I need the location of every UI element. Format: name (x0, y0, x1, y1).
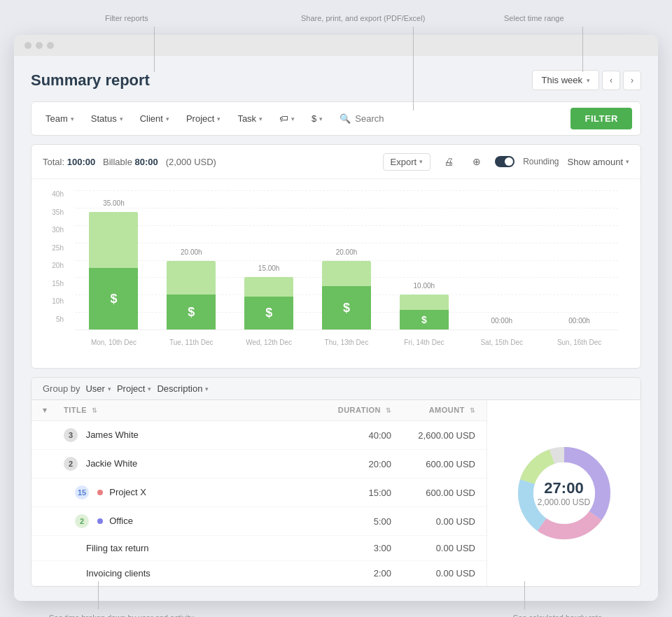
grid-line-0 (75, 190, 618, 191)
export-button[interactable]: Export ▾ (383, 153, 431, 171)
bar-stack-thu: 20.00h $ (322, 261, 371, 329)
group-user-chevron-icon: ▾ (108, 385, 111, 392)
export-chevron-icon: ▾ (419, 158, 423, 165)
group-description-chevron-icon: ▾ (205, 385, 209, 392)
row-name-filing: Filing tax return (86, 543, 321, 553)
row-amount-james: 2,600.00 USD (391, 430, 475, 441)
table-row-filing[interactable]: Filing tax return 3:00 0.00 USD (31, 536, 486, 561)
table-row-projectx[interactable]: 15 Project X 15:00 600.00 USD (31, 478, 486, 507)
next-week-button[interactable]: › (623, 71, 641, 90)
tooltip-line-filter (154, 27, 155, 72)
bar-wed: 15.00h $ (230, 277, 308, 329)
group-user-dropdown[interactable]: User ▾ (85, 383, 111, 394)
x-label-tue: Tue, 11th Dec (153, 334, 230, 346)
col-duration-header[interactable]: DURATION ⇅ (321, 406, 391, 415)
tooltip-filter: Filter reports (105, 14, 148, 22)
amount-header-label: AMOUNT (429, 406, 465, 414)
bar-label-wed: 15.00h (258, 264, 280, 272)
bar-stack-tue: 20.00h $ (167, 261, 216, 329)
client-filter-label: Client (140, 113, 163, 124)
browser-dot-green (47, 42, 54, 49)
print-button[interactable]: 🖨 (439, 152, 458, 171)
browser-chrome (14, 35, 658, 56)
team-filter[interactable]: Team ▾ (40, 111, 80, 127)
bottom-line-left (98, 581, 99, 609)
bar-stack-fri: 10.00h $ (400, 295, 449, 329)
group-by-bar: Group by User ▾ Project ▾ Description ▾ (31, 378, 640, 400)
chart-y-axis: 40h 35h 30h 25h 20h 15h 10h 5h (43, 190, 64, 333)
chevron-down-icon: ▾ (587, 77, 590, 84)
bar-stack-mon: 35.00h $ (89, 212, 138, 329)
search-wrapper: 🔍 (334, 111, 565, 127)
expand-icon: ▾ (43, 406, 48, 414)
col-title-header[interactable]: TITLE ⇅ (64, 406, 321, 415)
bar-top-fri (400, 295, 449, 310)
status-filter[interactable]: Status ▾ (85, 111, 129, 127)
table-row-office[interactable]: 2 Office 5:00 0.00 USD (31, 507, 486, 536)
billable-value: 80:00 (135, 157, 158, 167)
client-filter[interactable]: Client ▾ (134, 111, 175, 127)
badge-jackie: 2 (64, 457, 78, 471)
team-filter-label: Team (46, 113, 68, 124)
filter-button[interactable]: FILTER (570, 108, 632, 129)
bar-top-mon (89, 212, 138, 268)
toggle-switch[interactable] (495, 156, 514, 167)
amount-sort-icon: ⇅ (470, 407, 476, 414)
tooltip-bottom-right: See calculated hourly rate (513, 614, 602, 617)
row-amount-invoicing: 0.00 USD (391, 568, 475, 579)
name-james: James White (86, 430, 139, 440)
table-row-james[interactable]: 3 James White 40:00 2,600.00 USD (31, 421, 486, 450)
team-chevron-icon: ▾ (71, 115, 74, 122)
browser-dot-yellow (36, 42, 43, 49)
browser-dot-red (24, 42, 31, 49)
group-project-dropdown[interactable]: Project ▾ (117, 383, 151, 394)
bar-label-sat: 00:00h (491, 317, 512, 325)
time-range-label: This week (541, 75, 582, 85)
dollar-icon-tue: $ (188, 305, 195, 320)
y-label-40: 40h (52, 190, 64, 198)
summary-actions: Export ▾ 🖨 ⊕ Rounding Show amount ▾ (383, 152, 629, 171)
prev-week-button[interactable]: ‹ (602, 71, 620, 90)
search-input[interactable] (355, 113, 559, 124)
col-amount-header[interactable]: AMOUNT ⇅ (391, 406, 475, 415)
row-duration-jackie: 20:00 (321, 459, 391, 469)
row-amount-filing: 0.00 USD (391, 543, 475, 553)
task-filter[interactable]: Task ▾ (232, 111, 268, 127)
bar-label-thu: 20.00h (336, 248, 358, 256)
duration-header-label: DURATION (338, 406, 381, 414)
rounding-label: Rounding (523, 157, 559, 166)
badge-office: 2 (75, 514, 89, 528)
x-label-fri: Fri, 14th Dec (385, 334, 463, 346)
y-label-15: 15h (52, 280, 64, 288)
x-label-text-wed: Wed, 12th Dec (246, 339, 292, 346)
x-label-wed: Wed, 12th Dec (230, 334, 308, 346)
row-duration-james: 40:00 (321, 430, 391, 441)
badge-james: 3 (64, 428, 78, 442)
tag-filter[interactable]: 🏷 ▾ (274, 111, 300, 127)
time-range-selector: This week ▾ ‹ › (532, 70, 641, 90)
dollar-icon-fri: $ (421, 314, 427, 325)
x-label-thu: Thu, 13th Dec (308, 334, 386, 346)
name-invoicing: Invoicing clients (86, 568, 150, 579)
project-filter[interactable]: Project ▾ (181, 111, 226, 127)
share-button[interactable]: ⊕ (467, 152, 486, 171)
name-office: Office (109, 516, 133, 526)
table-row-invoicing[interactable]: Invoicing clients 2:00 0.00 USD (31, 561, 486, 586)
time-range-button[interactable]: This week ▾ (532, 70, 599, 90)
bars-row: 35.00h $ (75, 190, 618, 330)
export-label: Export (391, 157, 417, 167)
group-project-label: Project (117, 383, 145, 394)
x-label-text-tue: Tue, 11th Dec (169, 339, 213, 346)
show-amount-button[interactable]: Show amount ▾ (568, 157, 630, 167)
tag-icon: 🏷 (279, 113, 288, 124)
bar-top-thu (322, 261, 371, 286)
table-row-jackie[interactable]: 2 Jackie White 20:00 600.00 USD (31, 450, 486, 478)
group-description-dropdown[interactable]: Description ▾ (157, 383, 209, 394)
status-chevron-icon: ▾ (120, 115, 123, 122)
data-card: Group by User ▾ Project ▾ Description ▾ (31, 377, 641, 587)
tooltip-bottom-left: See time broken down by user and activit… (49, 614, 194, 617)
y-label-10: 10h (52, 297, 64, 305)
donut-chart-side: 27:00 2,000.00 USD (486, 400, 640, 586)
currency-filter[interactable]: $ ▾ (306, 111, 328, 127)
task-chevron-icon: ▾ (259, 115, 262, 122)
